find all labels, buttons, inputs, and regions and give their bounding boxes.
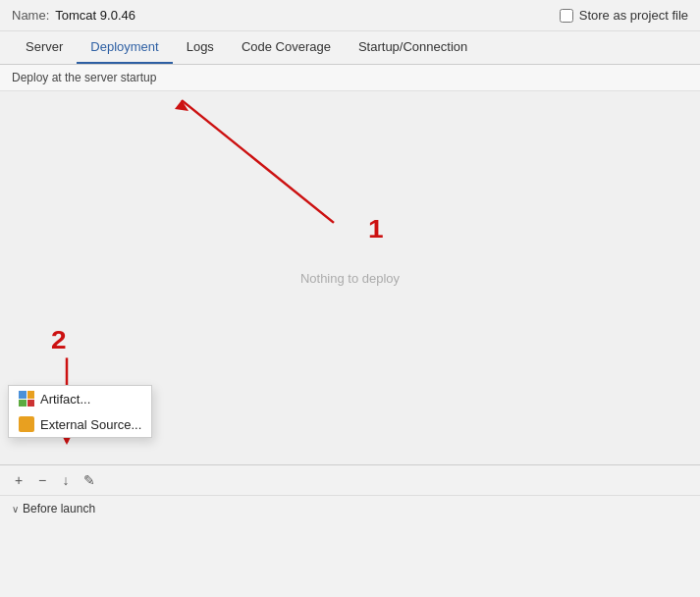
svg-text:2: 2 <box>51 327 67 354</box>
name-label: Name: <box>12 8 49 23</box>
svg-marker-2 <box>175 100 188 111</box>
svg-text:1: 1 <box>368 216 384 244</box>
before-launch-chevron: ∨ <box>12 504 19 515</box>
deploy-subtitle: Deploy at the server startup <box>0 65 700 91</box>
move-down-button[interactable]: ↓ <box>55 469 77 491</box>
header: Name: Tomcat 9.0.46 Store as project fil… <box>0 0 700 31</box>
tab-server[interactable]: Server <box>12 31 77 64</box>
external-source-icon <box>19 416 34 432</box>
svg-line-1 <box>182 100 334 223</box>
edit-button[interactable]: ✎ <box>79 469 100 491</box>
store-project-option[interactable]: Store as project file <box>560 8 688 23</box>
store-project-checkbox[interactable] <box>560 9 573 23</box>
artifact-option[interactable]: Artifact... <box>9 386 151 411</box>
store-project-label: Store as project file <box>579 8 688 23</box>
toolbar: + − ↓ ✎ <box>0 464 700 495</box>
tab-code-coverage[interactable]: Code Coverage <box>228 31 345 64</box>
tab-startup-connection[interactable]: Startup/Connection <box>345 31 481 64</box>
external-source-option[interactable]: External Source... <box>9 411 151 437</box>
remove-button[interactable]: − <box>31 469 53 491</box>
server-name: Tomcat 9.0.46 <box>55 8 135 23</box>
external-source-label: External Source... <box>40 417 141 432</box>
before-launch-section[interactable]: ∨ Before launch <box>0 495 700 521</box>
before-launch-label: Before launch <box>23 502 95 516</box>
empty-state-text: Nothing to deploy <box>300 271 400 286</box>
tab-deployment[interactable]: Deployment <box>77 31 172 64</box>
artifact-icon <box>19 391 34 407</box>
tabs-bar: Server Deployment Logs Code Coverage Sta… <box>0 31 700 65</box>
name-row: Name: Tomcat 9.0.46 <box>12 8 135 23</box>
tab-logs[interactable]: Logs <box>173 31 228 64</box>
artifact-label: Artifact... <box>40 392 90 407</box>
add-dropdown-menu: Artifact... External Source... <box>8 385 152 438</box>
add-button[interactable]: + <box>8 469 29 491</box>
